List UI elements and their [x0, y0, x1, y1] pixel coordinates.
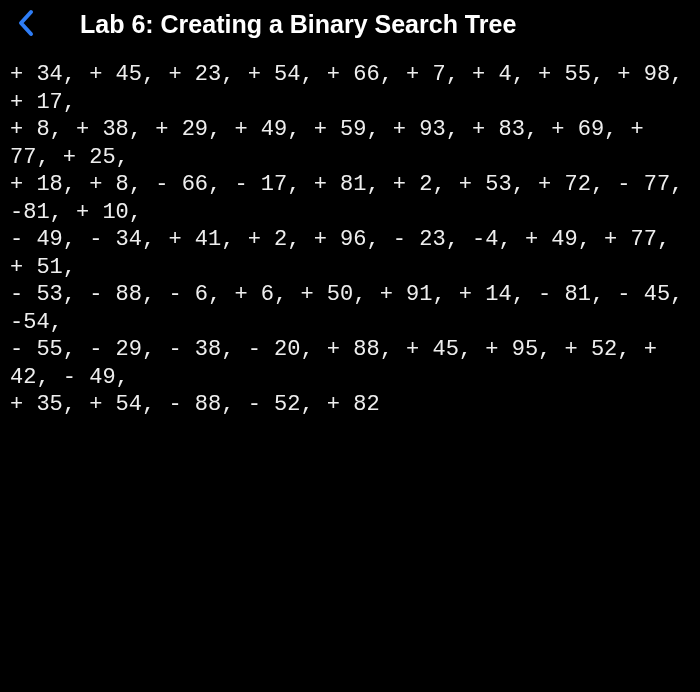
content-body: + 34, + 45, + 23, + 54, + 66, + 7, + 4, …	[0, 53, 700, 429]
header: Lab 6: Creating a Binary Search Tree	[0, 0, 700, 53]
back-button[interactable]	[12, 11, 40, 39]
page-title: Lab 6: Creating a Binary Search Tree	[80, 10, 516, 39]
chevron-left-icon	[17, 9, 35, 41]
